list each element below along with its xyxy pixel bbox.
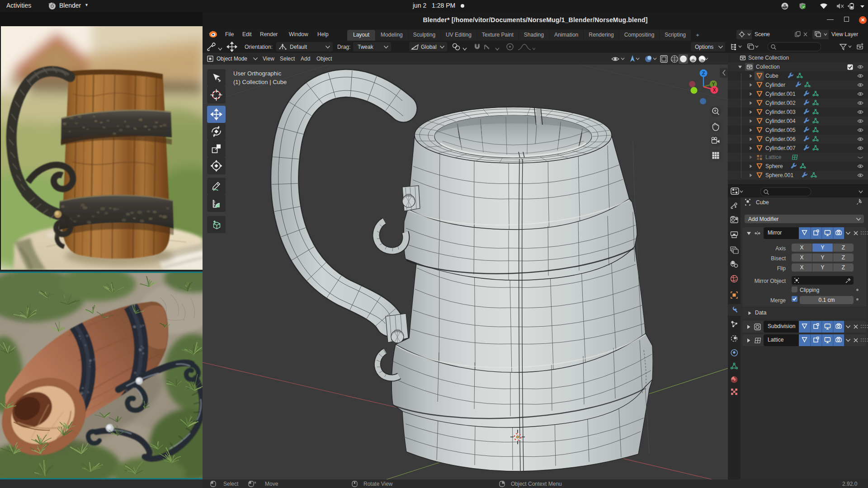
svg-text:Y: Y — [712, 82, 715, 87]
svg-text:(1) Collection | Cube: (1) Collection | Cube — [233, 79, 287, 85]
svg-text:User Orthographic: User Orthographic — [233, 70, 282, 77]
svg-text:X: X — [713, 88, 716, 93]
svg-text:Z: Z — [702, 70, 705, 76]
